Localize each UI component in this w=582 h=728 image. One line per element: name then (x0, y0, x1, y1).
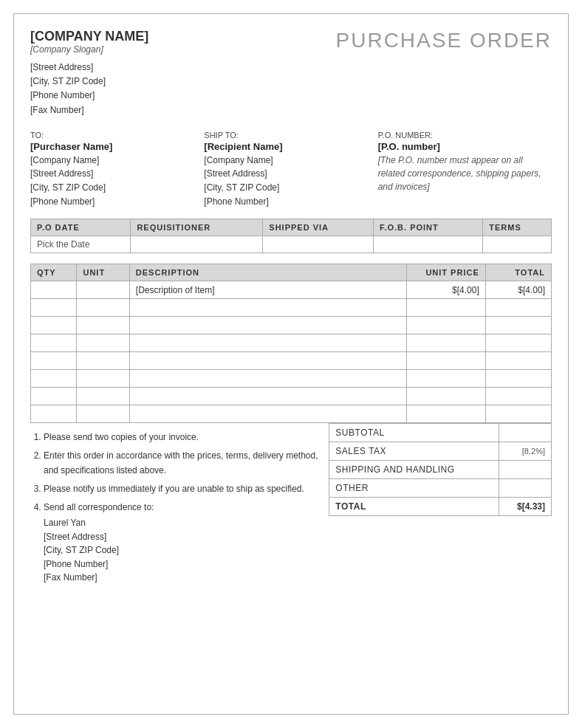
sales-tax-rate: [8.2%] (499, 442, 552, 461)
item-row-7 (31, 405, 552, 423)
shipping-row: SHIPPING AND HANDLING (329, 461, 552, 479)
to-city: [City, ST ZIP Code] (30, 181, 195, 195)
fob-cell[interactable] (373, 236, 482, 253)
item-unit-3[interactable] (77, 334, 129, 352)
item-unit-price-3[interactable] (406, 334, 485, 352)
item-description-6[interactable] (129, 388, 406, 405)
item-qty-3[interactable] (31, 334, 77, 352)
total-value: $[4.33] (499, 498, 552, 516)
ship-to-city: [City, ST ZIP Code] (204, 181, 369, 195)
ship-to-label: SHIP TO: (204, 131, 369, 140)
item-row-2 (31, 317, 552, 334)
item-unit-2[interactable] (77, 317, 129, 334)
item-unit-price-4[interactable] (406, 352, 485, 370)
item-description-0[interactable]: [Description of Item] (129, 281, 406, 299)
item-unit-price-7[interactable] (406, 405, 485, 423)
company-city: [City, ST ZIP Code] (30, 75, 148, 89)
unit-price-header: UNIT PRICE (406, 264, 485, 281)
item-qty-6[interactable] (31, 388, 77, 405)
ship-to-col: SHIP TO: [Recipient Name] [Company Name]… (204, 131, 377, 208)
fob-header: F.O.B. POINT (373, 219, 482, 236)
total-row: TOTAL $[4.33] (329, 498, 552, 516)
qty-header: QTY (31, 264, 77, 281)
item-unit-price-2[interactable] (406, 317, 485, 334)
instruction-1: Please send two copies of your invoice. (44, 430, 318, 444)
totals-table: SUBTOTAL SALES TAX [8.2%] SHIPPING AND H… (329, 423, 552, 516)
contact-fax: [Fax Number] (44, 571, 318, 585)
item-description-5[interactable] (129, 370, 406, 388)
item-unit-5[interactable] (77, 370, 129, 388)
contact-name: Laurel Yan (44, 516, 318, 530)
instruction-3: Please notify us immediately if you are … (44, 482, 318, 496)
item-unit-6[interactable] (77, 388, 129, 405)
item-qty-4[interactable] (31, 352, 77, 370)
instruction-2: Enter this order in accordance with the … (44, 449, 318, 477)
terms-cell[interactable] (483, 236, 552, 253)
item-description-4[interactable] (129, 352, 406, 370)
requisitioner-cell[interactable] (131, 236, 263, 253)
contact-city: [City, ST ZIP Code] (44, 543, 318, 557)
company-block: [COMPANY NAME] [Company Slogan] [Street … (30, 29, 148, 117)
to-street: [Street Address] (30, 167, 195, 181)
item-unit-price-5[interactable] (406, 370, 485, 388)
description-header: DESCRIPTION (129, 264, 406, 281)
item-unit-4[interactable] (77, 352, 129, 370)
item-total-4[interactable] (485, 352, 551, 370)
item-unit-7[interactable] (77, 405, 129, 423)
contact-street: [Street Address] (44, 530, 318, 544)
item-qty-7[interactable] (31, 405, 77, 423)
terms-header: TERMS (483, 219, 552, 236)
item-description-2[interactable] (129, 317, 406, 334)
item-description-1[interactable] (129, 299, 406, 317)
item-qty-1[interactable] (31, 299, 77, 317)
address-section: TO: [Purchaser Name] [Company Name] [Str… (30, 131, 552, 208)
item-description-3[interactable] (129, 334, 406, 352)
subtotal-label: SUBTOTAL (329, 424, 499, 442)
item-qty-2[interactable] (31, 317, 77, 334)
item-qty-0[interactable] (31, 281, 77, 299)
unit-header: UNIT (77, 264, 129, 281)
item-total-3[interactable] (485, 334, 551, 352)
subtotal-row: SUBTOTAL (329, 424, 552, 442)
item-row-5 (31, 370, 552, 388)
ship-to-company: [Company Name] (204, 154, 369, 168)
item-total-7[interactable] (485, 405, 551, 423)
item-total-0[interactable]: $[4.00] (485, 281, 551, 299)
shipping-label: SHIPPING AND HANDLING (329, 461, 499, 479)
po-number-col: P.O. NUMBER: [P.O. number] [The P.O. num… (378, 131, 552, 208)
requisitioner-header: REQUISITIONER (131, 219, 263, 236)
shipped-via-cell[interactable] (263, 236, 374, 253)
item-unit-price-1[interactable] (406, 299, 485, 317)
contact-phone: [Phone Number] (44, 557, 318, 571)
item-total-6[interactable] (485, 388, 551, 405)
po-date-cell[interactable]: Pick the Date (31, 236, 131, 253)
send-address-block: Laurel Yan [Street Address] [City, ST ZI… (44, 516, 318, 585)
instruction-4: Send all correspondence to: Laurel Yan [… (44, 501, 318, 585)
item-unit-0[interactable] (77, 281, 129, 299)
item-unit-1[interactable] (77, 299, 129, 317)
item-description-7[interactable] (129, 405, 406, 423)
shipped-via-header: SHIPPED VIA (263, 219, 374, 236)
item-total-5[interactable] (485, 370, 551, 388)
po-number-label: P.O. NUMBER: (378, 131, 543, 140)
po-title: PURCHASE ORDER (336, 29, 552, 52)
ship-to-name: [Recipient Name] (204, 141, 369, 152)
ship-to-phone: [Phone Number] (204, 195, 369, 209)
item-unit-price-0[interactable]: $[4.00] (406, 281, 485, 299)
company-street: [Street Address] (30, 61, 148, 75)
shipping-value (499, 461, 552, 479)
to-phone: [Phone Number] (30, 195, 195, 209)
purchase-order-page: [COMPANY NAME] [Company Slogan] [Street … (13, 13, 569, 715)
sales-tax-row: SALES TAX [8.2%] (329, 442, 552, 461)
item-total-2[interactable] (485, 317, 551, 334)
item-row-6 (31, 388, 552, 405)
item-total-1[interactable] (485, 299, 551, 317)
to-col: TO: [Purchaser Name] [Company Name] [Str… (30, 131, 204, 208)
po-number-value: [P.O. number] (378, 141, 543, 152)
to-name: [Purchaser Name] (30, 141, 195, 152)
item-unit-price-6[interactable] (406, 388, 485, 405)
company-name: [COMPANY NAME] (30, 29, 148, 44)
to-company: [Company Name] (30, 154, 195, 168)
item-qty-5[interactable] (31, 370, 77, 388)
instructions-col: Please send two copies of your invoice. … (30, 423, 329, 589)
